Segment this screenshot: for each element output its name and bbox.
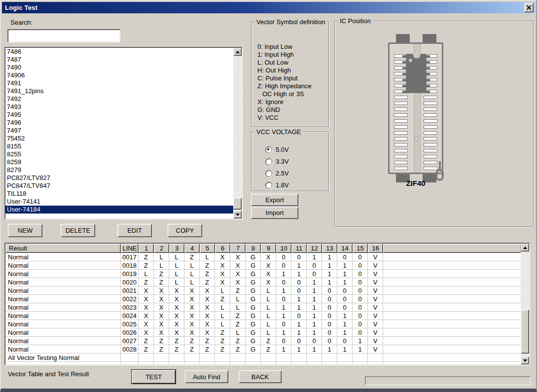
value-cell: 1 <box>337 328 353 337</box>
socket-tab <box>423 34 436 42</box>
list-item[interactable]: 8259 <box>5 158 233 166</box>
legend-line: Z: High Impedance <box>257 82 312 90</box>
value-cell: 1 <box>291 303 307 312</box>
list-item[interactable]: 7491 <box>5 79 233 87</box>
list-item[interactable]: User-74141 <box>5 198 233 206</box>
value-cell <box>215 354 230 362</box>
value-cell: X <box>139 295 154 303</box>
vcc-option[interactable]: 2.5V <box>265 170 289 177</box>
value-cell: 0 <box>337 286 353 295</box>
pin-slot <box>394 113 408 117</box>
column-header: 6 <box>215 244 230 253</box>
list-item[interactable]: 8279 <box>5 166 233 174</box>
auto-find-button[interactable]: Auto Find <box>185 370 228 383</box>
table-scroll-up-button[interactable] <box>521 244 529 251</box>
value-cell: V <box>368 303 383 312</box>
value-cell: Z <box>261 337 276 345</box>
pin-slot <box>424 102 437 105</box>
list-item[interactable]: User-74184 <box>5 206 233 214</box>
list-item[interactable]: 7492 <box>5 95 233 103</box>
vcc-option[interactable]: 3.3V <box>265 158 289 165</box>
list-item[interactable]: PC827/LTV827 <box>5 174 233 182</box>
list-item[interactable]: 7493 <box>5 103 233 111</box>
value-cell: Z <box>169 345 184 354</box>
filler-cell <box>383 278 521 286</box>
list-item[interactable]: 7491_12pins <box>5 87 233 95</box>
result-cell: Normal <box>5 320 121 328</box>
list-item[interactable]: 75452 <box>5 135 233 143</box>
line-cell: 0017 <box>121 253 139 261</box>
result-cell: Normal <box>5 345 121 354</box>
radio-button[interactable] <box>265 170 272 177</box>
import-button[interactable]: Import <box>251 207 298 219</box>
value-cell: L <box>154 253 169 261</box>
scroll-up-button[interactable] <box>233 48 242 56</box>
value-cell: X <box>230 278 246 286</box>
value-cell: 1 <box>307 286 322 295</box>
value-cell: X <box>261 261 276 270</box>
line-cell: 0022 <box>121 295 139 303</box>
value-cell: 0 <box>353 261 368 270</box>
list-item[interactable]: 7496 <box>5 119 233 127</box>
copy-button[interactable]: COPY <box>168 224 202 237</box>
list-item[interactable]: 8255 <box>5 150 233 158</box>
chip-pin <box>426 79 430 81</box>
list-item[interactable]: 7486 <box>5 48 233 56</box>
line-cell: 0025 <box>121 320 139 328</box>
result-cell: Normal <box>5 261 121 270</box>
list-scrollbar[interactable] <box>233 48 242 218</box>
list-item[interactable]: 7495 <box>5 111 233 119</box>
line-cell: 0023 <box>121 303 139 312</box>
value-cell: Z <box>184 337 200 345</box>
edit-button[interactable]: EDIT <box>117 224 152 237</box>
value-cell: 1 <box>353 337 368 345</box>
new-button[interactable]: NEW <box>8 224 42 237</box>
value-cell: X <box>184 303 200 312</box>
close-icon <box>526 5 532 10</box>
table-scroll-down-button[interactable] <box>521 356 529 364</box>
search-input[interactable] <box>7 29 120 42</box>
column-header: 5 <box>200 244 215 253</box>
arrow-down-icon <box>236 214 240 216</box>
list-item[interactable]: 7490 <box>5 64 233 71</box>
list-item[interactable]: 7487 <box>5 56 233 64</box>
table-scrollbar[interactable] <box>521 244 529 364</box>
radio-button[interactable] <box>265 158 272 165</box>
list-item[interactable]: 74906 <box>5 71 233 79</box>
filler-cell <box>383 295 521 303</box>
line-cell: 0028 <box>121 345 139 354</box>
list-scroll-thumb[interactable] <box>233 198 242 210</box>
value-cell: 0 <box>291 312 307 320</box>
legend-line: H: Out High <box>257 67 312 74</box>
value-cell: 1 <box>276 345 291 354</box>
list-item[interactable]: 8155 <box>5 143 233 150</box>
list-item[interactable]: 7497 <box>5 127 233 135</box>
export-button[interactable]: Export <box>251 194 298 206</box>
table-scroll-thumb[interactable] <box>521 310 529 354</box>
arrow-down-icon <box>523 359 527 362</box>
value-cell: 0 <box>337 253 353 261</box>
test-button[interactable]: TEST <box>132 370 176 384</box>
radio-dot <box>267 148 269 150</box>
radio-button[interactable] <box>265 146 272 153</box>
close-button[interactable] <box>524 3 534 12</box>
titlebar[interactable]: Logic Test <box>2 2 535 13</box>
radio-button[interactable] <box>265 182 272 189</box>
result-cell: Normal <box>5 328 121 337</box>
value-cell: L <box>230 303 246 312</box>
value-cell: 1 <box>307 295 322 303</box>
value-cell: L <box>230 328 246 337</box>
scroll-down-button[interactable] <box>233 211 242 218</box>
vcc-option[interactable]: 1.8V <box>265 181 289 189</box>
result-table-panel[interactable]: ResultLINE12345678910111213141516 Normal… <box>4 243 530 365</box>
line-cell <box>121 362 139 365</box>
vcc-option[interactable]: 5.0V <box>265 146 289 153</box>
pin-slot <box>424 143 437 146</box>
legend-line: X: Ignore <box>257 98 312 106</box>
device-listbox[interactable]: 7486748774907490674917491_12pins74927493… <box>4 47 243 219</box>
back-button[interactable]: BACK <box>239 370 282 383</box>
delete-button[interactable]: DELETE <box>61 224 95 237</box>
list-item[interactable]: PC847/LTV847 <box>5 182 233 190</box>
value-cell: L <box>139 270 154 278</box>
list-item[interactable]: TIL118 <box>5 190 233 198</box>
